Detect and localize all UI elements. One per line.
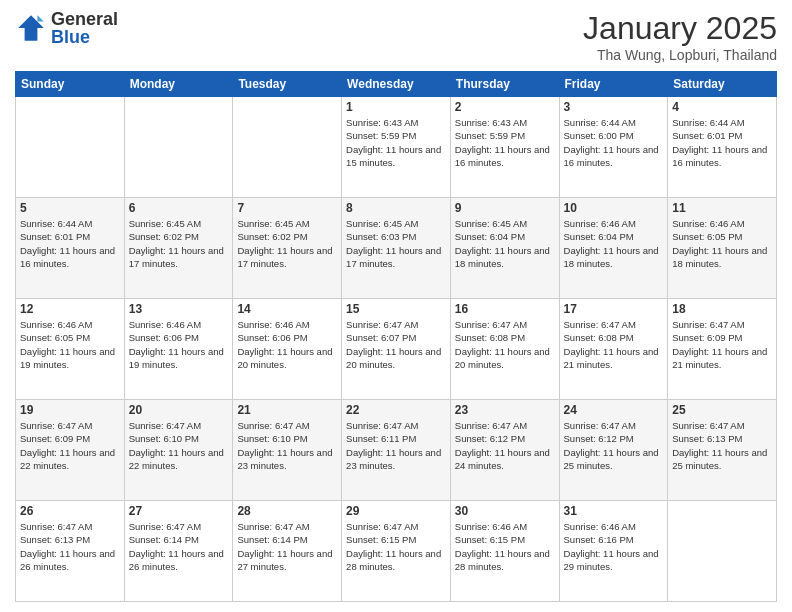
header-row: Sunday Monday Tuesday Wednesday Thursday… (16, 72, 777, 97)
day-number: 30 (455, 504, 555, 518)
table-cell (124, 97, 233, 198)
table-cell (16, 97, 125, 198)
day-number: 4 (672, 100, 772, 114)
table-cell: 15Sunrise: 6:47 AMSunset: 6:07 PMDayligh… (342, 299, 451, 400)
table-cell: 13Sunrise: 6:46 AMSunset: 6:06 PMDayligh… (124, 299, 233, 400)
logo: General Blue (15, 10, 118, 46)
table-cell: 26Sunrise: 6:47 AMSunset: 6:13 PMDayligh… (16, 501, 125, 602)
day-info: Sunrise: 6:47 AMSunset: 6:09 PMDaylight:… (672, 318, 772, 371)
table-cell: 10Sunrise: 6:46 AMSunset: 6:04 PMDayligh… (559, 198, 668, 299)
day-number: 19 (20, 403, 120, 417)
day-number: 8 (346, 201, 446, 215)
table-cell: 6Sunrise: 6:45 AMSunset: 6:02 PMDaylight… (124, 198, 233, 299)
day-info: Sunrise: 6:47 AMSunset: 6:12 PMDaylight:… (455, 419, 555, 472)
table-cell: 22Sunrise: 6:47 AMSunset: 6:11 PMDayligh… (342, 400, 451, 501)
day-info: Sunrise: 6:47 AMSunset: 6:08 PMDaylight:… (564, 318, 664, 371)
table-cell: 1Sunrise: 6:43 AMSunset: 5:59 PMDaylight… (342, 97, 451, 198)
day-info: Sunrise: 6:47 AMSunset: 6:07 PMDaylight:… (346, 318, 446, 371)
day-info: Sunrise: 6:46 AMSunset: 6:05 PMDaylight:… (672, 217, 772, 270)
col-monday: Monday (124, 72, 233, 97)
day-number: 5 (20, 201, 120, 215)
day-number: 6 (129, 201, 229, 215)
calendar-week-row: 26Sunrise: 6:47 AMSunset: 6:13 PMDayligh… (16, 501, 777, 602)
table-cell: 21Sunrise: 6:47 AMSunset: 6:10 PMDayligh… (233, 400, 342, 501)
day-number: 28 (237, 504, 337, 518)
day-number: 25 (672, 403, 772, 417)
table-cell: 12Sunrise: 6:46 AMSunset: 6:05 PMDayligh… (16, 299, 125, 400)
title-block: January 2025 Tha Wung, Lopburi, Thailand (583, 10, 777, 63)
table-cell: 25Sunrise: 6:47 AMSunset: 6:13 PMDayligh… (668, 400, 777, 501)
table-cell: 3Sunrise: 6:44 AMSunset: 6:00 PMDaylight… (559, 97, 668, 198)
logo-general: General (51, 10, 118, 28)
table-cell: 27Sunrise: 6:47 AMSunset: 6:14 PMDayligh… (124, 501, 233, 602)
logo-icon (15, 12, 47, 44)
day-info: Sunrise: 6:44 AMSunset: 6:01 PMDaylight:… (20, 217, 120, 270)
day-number: 26 (20, 504, 120, 518)
day-info: Sunrise: 6:43 AMSunset: 5:59 PMDaylight:… (455, 116, 555, 169)
day-info: Sunrise: 6:44 AMSunset: 6:00 PMDaylight:… (564, 116, 664, 169)
calendar-week-row: 12Sunrise: 6:46 AMSunset: 6:05 PMDayligh… (16, 299, 777, 400)
day-number: 15 (346, 302, 446, 316)
table-cell: 31Sunrise: 6:46 AMSunset: 6:16 PMDayligh… (559, 501, 668, 602)
calendar: Sunday Monday Tuesday Wednesday Thursday… (15, 71, 777, 602)
day-number: 16 (455, 302, 555, 316)
day-info: Sunrise: 6:46 AMSunset: 6:16 PMDaylight:… (564, 520, 664, 573)
col-thursday: Thursday (450, 72, 559, 97)
day-info: Sunrise: 6:47 AMSunset: 6:09 PMDaylight:… (20, 419, 120, 472)
day-info: Sunrise: 6:46 AMSunset: 6:06 PMDaylight:… (129, 318, 229, 371)
location: Tha Wung, Lopburi, Thailand (583, 47, 777, 63)
table-cell: 5Sunrise: 6:44 AMSunset: 6:01 PMDaylight… (16, 198, 125, 299)
day-number: 27 (129, 504, 229, 518)
table-cell: 28Sunrise: 6:47 AMSunset: 6:14 PMDayligh… (233, 501, 342, 602)
table-cell: 16Sunrise: 6:47 AMSunset: 6:08 PMDayligh… (450, 299, 559, 400)
day-number: 1 (346, 100, 446, 114)
day-number: 18 (672, 302, 772, 316)
day-info: Sunrise: 6:47 AMSunset: 6:11 PMDaylight:… (346, 419, 446, 472)
day-number: 7 (237, 201, 337, 215)
day-info: Sunrise: 6:43 AMSunset: 5:59 PMDaylight:… (346, 116, 446, 169)
day-info: Sunrise: 6:46 AMSunset: 6:05 PMDaylight:… (20, 318, 120, 371)
day-number: 17 (564, 302, 664, 316)
day-info: Sunrise: 6:45 AMSunset: 6:02 PMDaylight:… (237, 217, 337, 270)
day-info: Sunrise: 6:47 AMSunset: 6:15 PMDaylight:… (346, 520, 446, 573)
day-info: Sunrise: 6:46 AMSunset: 6:15 PMDaylight:… (455, 520, 555, 573)
table-cell: 19Sunrise: 6:47 AMSunset: 6:09 PMDayligh… (16, 400, 125, 501)
day-number: 3 (564, 100, 664, 114)
table-cell: 24Sunrise: 6:47 AMSunset: 6:12 PMDayligh… (559, 400, 668, 501)
day-number: 2 (455, 100, 555, 114)
day-number: 21 (237, 403, 337, 417)
col-wednesday: Wednesday (342, 72, 451, 97)
day-info: Sunrise: 6:47 AMSunset: 6:12 PMDaylight:… (564, 419, 664, 472)
day-number: 22 (346, 403, 446, 417)
col-sunday: Sunday (16, 72, 125, 97)
page: General Blue January 2025 Tha Wung, Lopb… (0, 0, 792, 612)
calendar-week-row: 1Sunrise: 6:43 AMSunset: 5:59 PMDaylight… (16, 97, 777, 198)
table-cell: 23Sunrise: 6:47 AMSunset: 6:12 PMDayligh… (450, 400, 559, 501)
day-info: Sunrise: 6:47 AMSunset: 6:08 PMDaylight:… (455, 318, 555, 371)
day-info: Sunrise: 6:44 AMSunset: 6:01 PMDaylight:… (672, 116, 772, 169)
table-cell: 8Sunrise: 6:45 AMSunset: 6:03 PMDaylight… (342, 198, 451, 299)
day-number: 10 (564, 201, 664, 215)
day-info: Sunrise: 6:45 AMSunset: 6:03 PMDaylight:… (346, 217, 446, 270)
table-cell: 14Sunrise: 6:46 AMSunset: 6:06 PMDayligh… (233, 299, 342, 400)
calendar-week-row: 5Sunrise: 6:44 AMSunset: 6:01 PMDaylight… (16, 198, 777, 299)
col-tuesday: Tuesday (233, 72, 342, 97)
day-info: Sunrise: 6:47 AMSunset: 6:10 PMDaylight:… (237, 419, 337, 472)
table-cell (233, 97, 342, 198)
day-number: 13 (129, 302, 229, 316)
logo-text: General Blue (51, 10, 118, 46)
table-cell: 9Sunrise: 6:45 AMSunset: 6:04 PMDaylight… (450, 198, 559, 299)
day-info: Sunrise: 6:46 AMSunset: 6:06 PMDaylight:… (237, 318, 337, 371)
logo-blue: Blue (51, 28, 118, 46)
day-info: Sunrise: 6:47 AMSunset: 6:13 PMDaylight:… (672, 419, 772, 472)
table-cell: 2Sunrise: 6:43 AMSunset: 5:59 PMDaylight… (450, 97, 559, 198)
day-info: Sunrise: 6:47 AMSunset: 6:13 PMDaylight:… (20, 520, 120, 573)
table-cell: 17Sunrise: 6:47 AMSunset: 6:08 PMDayligh… (559, 299, 668, 400)
day-number: 31 (564, 504, 664, 518)
month-title: January 2025 (583, 10, 777, 47)
day-number: 12 (20, 302, 120, 316)
day-number: 20 (129, 403, 229, 417)
day-number: 23 (455, 403, 555, 417)
table-cell: 4Sunrise: 6:44 AMSunset: 6:01 PMDaylight… (668, 97, 777, 198)
day-info: Sunrise: 6:47 AMSunset: 6:14 PMDaylight:… (129, 520, 229, 573)
